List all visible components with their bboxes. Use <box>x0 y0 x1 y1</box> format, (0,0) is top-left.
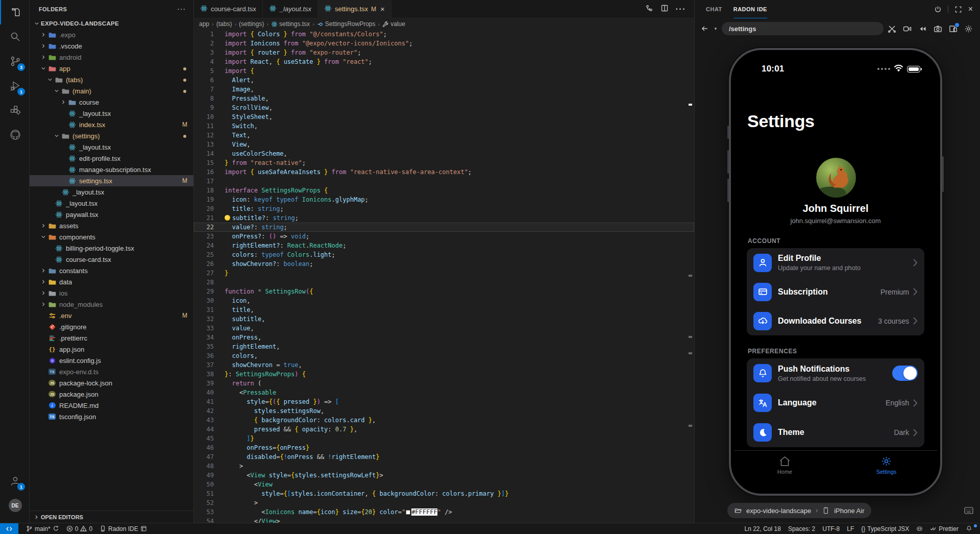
more-actions-icon[interactable]: ··· <box>676 5 686 14</box>
code-line-45[interactable]: 45 ]} <box>194 434 694 443</box>
tree-item-settings.tsx[interactable]: settings.tsxM <box>30 175 193 186</box>
tree-item-paywall.tsx[interactable]: paywall.tsx <box>30 209 193 220</box>
tree-item-node-modules[interactable]: node_modules <box>30 299 193 310</box>
url-bar[interactable]: /settings <box>722 22 884 35</box>
accounts-icon[interactable]: 1 <box>0 469 29 493</box>
code-line-50[interactable]: 50 <View <box>194 480 694 489</box>
chevron-down-icon[interactable] <box>33 21 41 26</box>
tree-item-.expo[interactable]: .expo <box>30 29 193 40</box>
code-line-2[interactable]: 2import Ionicons from "@expo/vector-icon… <box>194 39 694 48</box>
tree-item-course-card.tsx[interactable]: course-card.tsx <box>30 254 193 265</box>
extensions-icon[interactable] <box>0 98 29 123</box>
chevron-right-icon[interactable] <box>39 223 47 228</box>
profile-avatar[interactable] <box>816 158 856 198</box>
tree-item-course[interactable]: course <box>30 96 193 108</box>
code-line-16[interactable]: 16import { useSafeAreaInsets } from "rea… <box>194 167 694 177</box>
eol-setting[interactable]: LF <box>843 525 857 532</box>
explorer-icon[interactable] <box>0 0 29 25</box>
code-line-14[interactable]: 14 useColorScheme, <box>194 149 694 158</box>
chevron-down-icon[interactable] <box>53 88 61 93</box>
remote-indicator[interactable] <box>0 523 18 534</box>
code-line-52[interactable]: 52 > <box>194 498 694 507</box>
phone-screen[interactable]: 10:01 Settings <box>734 53 937 491</box>
tree-item-app.json[interactable]: {}app.json <box>30 344 193 355</box>
tree-item-.gitignore[interactable]: .gitignore <box>30 321 193 332</box>
code-line-29[interactable]: 29function * SettingsRow({ <box>194 287 694 296</box>
code-line-9[interactable]: 9 ScrollView, <box>194 103 694 112</box>
code-line-8[interactable]: 8 Pressable, <box>194 94 694 103</box>
code-line-44[interactable]: 44 pressed && { opacity: 0.7 }, <box>194 425 694 434</box>
chevron-right-icon[interactable] <box>39 279 47 284</box>
run-debug-icon[interactable]: 1 <box>0 74 29 98</box>
code-line-5[interactable]: 5import { <box>194 66 694 76</box>
code-line-23[interactable]: 23 onPress?: () => void; <box>194 232 694 241</box>
code-line-1[interactable]: 1import { Colors } from "@/constants/Col… <box>194 30 694 39</box>
tree-item-eslint.config.js[interactable]: eslint.config.js <box>30 355 193 366</box>
phone-tab-home[interactable]: Home <box>734 451 836 481</box>
tree-item--layout.tsx[interactable]: _layout.tsx <box>30 198 193 209</box>
code-line-36[interactable]: 36 colors, <box>194 351 694 360</box>
tree-item--tabs-[interactable]: (tabs) <box>30 74 193 85</box>
code-line-22[interactable]: 22 value?: string; <box>194 223 694 232</box>
settings-row-theme[interactable]: ThemeDark <box>747 418 924 447</box>
tree-item-.prettierrc[interactable]: .prettierrc <box>30 332 193 344</box>
power-icon[interactable] <box>934 6 942 13</box>
cursor-position[interactable]: Ln 22, Col 18 <box>741 525 784 532</box>
tree-item-expo-video-landscape[interactable]: EXPO-VIDEO-LANDSCAPE <box>30 18 193 29</box>
encoding-setting[interactable]: UTF-8 <box>819 525 843 532</box>
breadcrumb-item-settings.tsx[interactable]: settings.tsx <box>271 20 310 28</box>
code-line-47[interactable]: 47 disabled={!onPress && !rightElement} <box>194 452 694 462</box>
code-line-26[interactable]: 26 showChevron?: boolean; <box>194 259 694 269</box>
tree-item-app[interactable]: app <box>30 63 193 74</box>
editor-tab-settings.tsx[interactable]: settings.tsxM× <box>318 0 391 18</box>
code-line-18[interactable]: 18interface SettingsRowProps { <box>194 186 694 195</box>
code-line-19[interactable]: 19 icon: keyof typeof Ionicons.glyphMap; <box>194 195 694 204</box>
panel-settings-button[interactable] <box>964 25 973 33</box>
tree-item--layout.tsx[interactable]: _layout.tsx <box>30 108 193 119</box>
settings-row-push-notifications[interactable]: Push NotificationsGet notified about new… <box>747 358 924 388</box>
language-mode[interactable]: {} TypeScript JSX <box>857 525 913 532</box>
source-control-graph-icon[interactable] <box>645 4 653 14</box>
chevron-right-icon[interactable] <box>39 55 47 60</box>
code-line-54[interactable]: 54 </View> <box>194 517 694 523</box>
chevron-right-icon[interactable] <box>39 32 47 37</box>
breadcrumb-item--settings-[interactable]: (settings) <box>239 20 264 28</box>
tree-item--settings-[interactable]: (settings) <box>30 130 193 141</box>
tree-item--main-[interactable]: (main) <box>30 85 193 96</box>
notifications-bell[interactable] <box>962 525 976 532</box>
source-control-icon[interactable]: 3 <box>0 49 29 74</box>
code-line-20[interactable]: 20 title: string; <box>194 204 694 213</box>
back-button[interactable] <box>701 25 709 33</box>
code-line-17[interactable]: 17 <box>194 177 694 186</box>
tree-item-.vscode[interactable]: .vscode <box>30 40 193 52</box>
tab-radon-ide[interactable]: RADON IDE <box>733 0 767 18</box>
tree-item-expo-env.d.ts[interactable]: TSexpo-env.d.ts <box>30 366 193 377</box>
reload-button[interactable]: ▼ <box>713 27 718 31</box>
settings-row-downloaded-courses[interactable]: Downloaded Courses3 courses <box>747 306 924 335</box>
code-line-42[interactable]: 42 styles.settingsRow, <box>194 406 694 416</box>
manage-devices-button[interactable] <box>949 25 958 33</box>
breadcrumb-item-value[interactable]: value <box>382 20 405 28</box>
code-line-31[interactable]: 31 title, <box>194 305 694 314</box>
device-selector[interactable]: expo-video-landscape › iPhone Air <box>727 503 871 518</box>
chevron-down-icon[interactable] <box>39 234 47 239</box>
chevron-right-icon[interactable] <box>39 302 47 307</box>
tree-item--layout.tsx[interactable]: _layout.tsx <box>30 141 193 153</box>
code-line-34[interactable]: 34 onPress, <box>194 333 694 342</box>
code-line-41[interactable]: 41 style={({ pressed }) => [ <box>194 397 694 406</box>
code-line-21[interactable]: 21subtitle?: string; <box>194 213 694 223</box>
tree-item-index.tsx[interactable]: index.tsxM <box>30 119 193 130</box>
tree-item-data[interactable]: data <box>30 276 193 287</box>
tree-item-package-lock.json[interactable]: JSpackage-lock.json <box>30 377 193 389</box>
toggle-switch-on[interactable] <box>892 366 918 381</box>
code-line-12[interactable]: 12 Text, <box>194 131 694 140</box>
replay-button[interactable] <box>918 25 927 33</box>
code-line-33[interactable]: 33 value, <box>194 324 694 333</box>
code-line-25[interactable]: 25 colors: typeof Colors.light; <box>194 250 694 259</box>
tree-item-android[interactable]: android <box>30 52 193 63</box>
breadcrumb-item--tabs-[interactable]: (tabs) <box>216 20 232 28</box>
code-line-51[interactable]: 51 style={[styles.iconContainer, { backg… <box>194 489 694 498</box>
keyboard-icon[interactable] <box>964 507 973 516</box>
tree-item-constants[interactable]: constants <box>30 265 193 276</box>
editor-tab-course-card.tsx[interactable]: course-card.tsx <box>194 0 263 18</box>
